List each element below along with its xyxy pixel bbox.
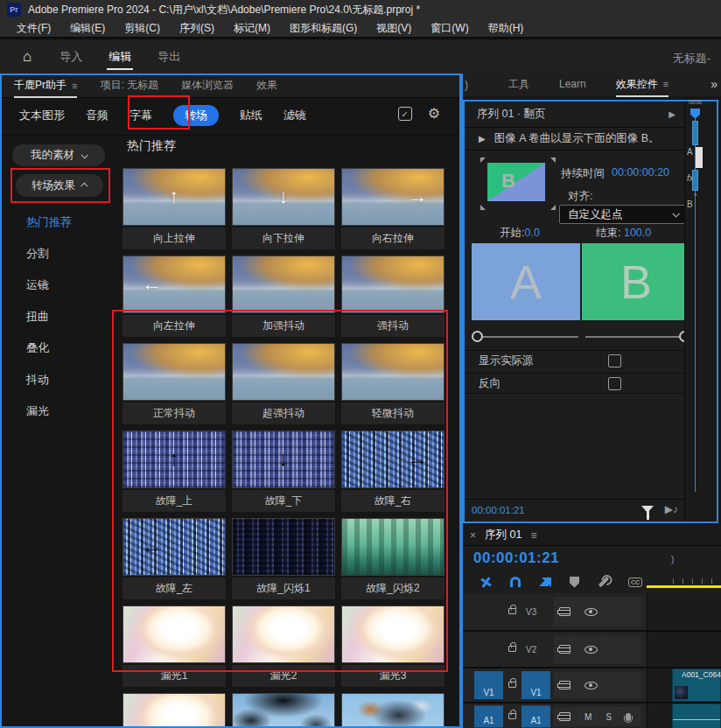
- category-tab[interactable]: 文本图形: [19, 108, 65, 123]
- sidebar-item[interactable]: 分割: [26, 238, 105, 270]
- sidebar-item[interactable]: 抖动: [26, 364, 105, 396]
- menu-item[interactable]: 文件(F): [7, 19, 60, 38]
- toggle-track-output-icon[interactable]: [584, 608, 598, 616]
- panel-tab[interactable]: 媒体浏览器 ≡: [181, 74, 234, 98]
- panel-tab[interactable]: 效果 ≡: [256, 74, 277, 98]
- category-tab[interactable]: 滤镜: [284, 108, 306, 123]
- transition-tile[interactable]: 漏光2: [232, 606, 335, 687]
- category-tab[interactable]: 贴纸: [240, 108, 262, 123]
- home-icon[interactable]: ⌂: [23, 48, 32, 66]
- collapse-caret-icon[interactable]: ⌃: [692, 192, 699, 201]
- menu-item[interactable]: 标记(M): [224, 19, 280, 38]
- transition-tile[interactable]: 故障_闪烁2: [341, 518, 444, 599]
- menu-item[interactable]: 剪辑(C): [115, 19, 170, 38]
- lock-icon[interactable]: [508, 646, 516, 652]
- target-track-v1[interactable]: V1: [522, 671, 550, 699]
- slider-knob[interactable]: [472, 331, 483, 342]
- mute-button[interactable]: M: [584, 712, 592, 722]
- sidebar-item[interactable]: 漏光: [26, 396, 105, 427]
- playhead-timecode[interactable]: 00:00:01:21: [472, 505, 525, 515]
- filter-icon[interactable]: [641, 506, 654, 513]
- play-audio-icon[interactable]: ▶♪: [665, 503, 678, 515]
- sidebar-item[interactable]: 运镜: [26, 270, 105, 301]
- linked-selection-icon[interactable]: [539, 577, 551, 587]
- transition-group-toggle[interactable]: 转场效果: [16, 174, 103, 197]
- end-slider[interactable]: [585, 331, 689, 343]
- collapse-triangle-icon[interactable]: ▶: [479, 134, 486, 144]
- toggle-track-output-icon[interactable]: [584, 646, 598, 654]
- menu-item[interactable]: 窗口(W): [421, 19, 478, 38]
- video-clip[interactable]: A001_C064_: [672, 668, 721, 702]
- captions-icon[interactable]: CC: [628, 578, 642, 587]
- checklist-icon[interactable]: ✓: [398, 107, 412, 121]
- expand-icon[interactable]: ▶: [668, 109, 676, 119]
- panel-menu-icon[interactable]: ≡: [72, 80, 77, 91]
- material-dropdown[interactable]: 我的素材: [12, 144, 105, 166]
- start-value[interactable]: 0.0: [524, 227, 539, 239]
- target-track-a1[interactable]: A1: [522, 705, 550, 727]
- add-marker-icon[interactable]: [570, 577, 579, 588]
- workspace-tab[interactable]: 导入: [56, 42, 86, 72]
- tab-overflow-icon[interactable]: »: [710, 77, 718, 91]
- source-patch-v1[interactable]: V1: [474, 671, 503, 699]
- menu-item[interactable]: 视图(V): [367, 19, 421, 38]
- show-actual-sources-checkbox[interactable]: [608, 354, 621, 368]
- workspace-tab[interactable]: 导出: [154, 42, 184, 72]
- panel-tab[interactable]: 工具 ≡: [508, 74, 529, 97]
- transition-tile[interactable]: ← 向左拉伸: [122, 256, 226, 337]
- category-tab[interactable]: 音频: [86, 108, 108, 123]
- category-tab[interactable]: 字幕: [130, 108, 152, 123]
- transition-tile[interactable]: ↓ 向下拉伸: [232, 168, 335, 249]
- panel-tab[interactable]: 千鹿Pr助手 ≡: [14, 74, 77, 98]
- transition-tile[interactable]: ← 故障_左: [122, 518, 226, 599]
- panel-tab[interactable]: Learn ≡: [559, 74, 586, 97]
- timeline-settings-icon[interactable]: [598, 577, 610, 588]
- track-a1-lane[interactable]: [647, 704, 721, 728]
- sync-lock-icon[interactable]: [559, 712, 570, 721]
- track-v1-lane[interactable]: A001_C064_: [647, 668, 721, 702]
- transition-tile[interactable]: → 向右拉伸: [341, 168, 444, 249]
- transition-tile[interactable]: 漏光3: [341, 606, 444, 687]
- menu-item[interactable]: 序列(S): [170, 19, 224, 38]
- end-value[interactable]: 100.0: [624, 227, 651, 239]
- solo-button[interactable]: S: [606, 712, 612, 722]
- sync-lock-icon[interactable]: [559, 681, 570, 690]
- transition-tile[interactable]: [341, 693, 444, 728]
- snap-magnet-icon[interactable]: [510, 577, 521, 587]
- timeline-ruler[interactable]: ): [645, 546, 721, 593]
- sync-lock-icon[interactable]: [559, 607, 570, 616]
- transition-tile[interactable]: 超强抖动: [232, 343, 335, 424]
- sequence-tab[interactable]: 序列 01: [485, 528, 522, 542]
- close-icon[interactable]: ×: [470, 529, 476, 542]
- panel-tab[interactable]: 项目: 无标题 ≡: [100, 74, 158, 98]
- transition-tile[interactable]: 轻微抖动: [341, 343, 444, 424]
- sync-lock-icon[interactable]: [559, 645, 570, 654]
- alignment-select[interactable]: 自定义起点: [559, 205, 687, 224]
- transition-tile[interactable]: ↑ 向上拉伸: [122, 168, 226, 249]
- reverse-checkbox[interactable]: [608, 377, 621, 390]
- menu-item[interactable]: 图形和标题(G): [280, 19, 367, 38]
- gear-icon[interactable]: ⚙: [428, 107, 440, 121]
- track-v3-lane[interactable]: [647, 593, 721, 630]
- panel-tab[interactable]: 效果控件 ≡: [616, 74, 668, 97]
- transition-tile[interactable]: ↓ 故障_下: [232, 430, 335, 512]
- nest-insert-icon[interactable]: [480, 577, 492, 588]
- mini-playhead-icon[interactable]: [690, 108, 700, 119]
- voiceover-mic-icon[interactable]: [626, 713, 631, 721]
- transition-tile[interactable]: 漏光1: [122, 606, 226, 687]
- transition-preview[interactable]: B: [487, 163, 545, 201]
- track-v2-lane[interactable]: [647, 632, 721, 667]
- transition-tile[interactable]: [122, 693, 226, 728]
- transition-tile[interactable]: ↑ 故障_上: [122, 430, 226, 512]
- transition-block[interactable]: [696, 147, 703, 168]
- source-patch-a1[interactable]: A1: [474, 705, 503, 727]
- category-tab[interactable]: 转场: [173, 105, 219, 126]
- clip-a-bar[interactable]: [692, 121, 698, 145]
- toggle-track-output-icon[interactable]: [584, 682, 598, 690]
- audio-clip[interactable]: [672, 704, 721, 728]
- transition-tile[interactable]: [232, 693, 335, 728]
- clip-b-bar[interactable]: [692, 170, 698, 191]
- lock-icon[interactable]: [508, 713, 516, 719]
- sidebar-item[interactable]: 叠化: [26, 332, 105, 364]
- menu-item[interactable]: 编辑(E): [60, 19, 115, 38]
